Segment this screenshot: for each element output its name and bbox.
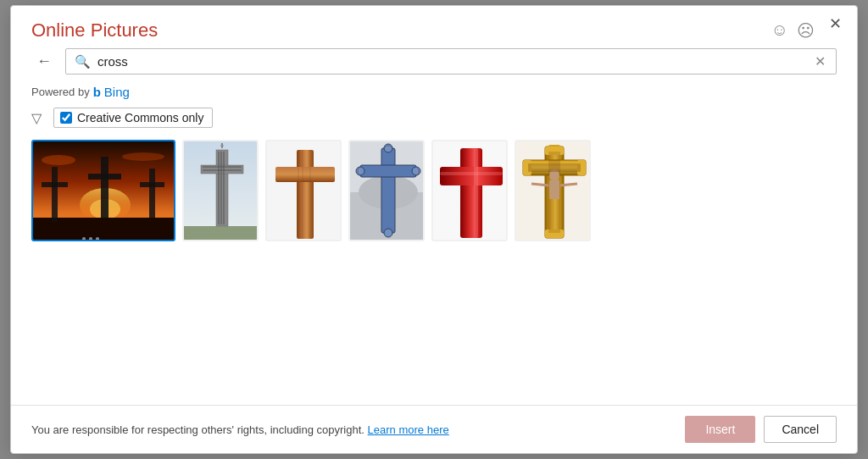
bing-label: Bing (104, 85, 130, 99)
svg-rect-5 (42, 182, 68, 187)
images-grid (11, 136, 857, 405)
svg-rect-7 (88, 174, 121, 180)
happy-icon[interactable]: ☺ (771, 20, 788, 41)
search-row: ← 🔍 ✕ (11, 48, 857, 81)
svg-rect-9 (140, 182, 164, 187)
feedback-icons: ☺ ☹ (771, 20, 815, 41)
red-cross-image (433, 141, 506, 240)
svg-rect-36 (360, 165, 416, 177)
footer-text: You are responsible for respecting other… (31, 423, 449, 436)
image-item-3[interactable] (265, 140, 342, 241)
powered-by-row: Powered by b Bing (11, 81, 857, 104)
svg-rect-17 (216, 150, 228, 226)
cc-checkbox[interactable] (60, 112, 72, 124)
image-item-2[interactable] (182, 140, 259, 241)
image-item-1[interactable] (31, 140, 175, 241)
ornate-cross-image (350, 141, 423, 240)
svg-point-11 (122, 152, 164, 161)
metal-cross-image (184, 141, 257, 240)
sad-icon[interactable]: ☹ (797, 20, 815, 41)
search-icon: 🔍 (75, 54, 91, 69)
footer-bar: You are responsible for respecting other… (11, 405, 857, 453)
filter-row: ▽ Creative Commons only (11, 104, 857, 136)
svg-point-40 (384, 229, 392, 237)
image-item-6[interactable] (515, 140, 591, 241)
learn-more-link[interactable]: Learn more here (368, 423, 449, 436)
svg-line-53 (531, 184, 549, 185)
image-item-5[interactable] (431, 140, 508, 241)
svg-rect-28 (275, 167, 335, 182)
svg-point-10 (42, 155, 75, 165)
search-box: 🔍 ✕ (65, 48, 837, 75)
svg-rect-44 (474, 148, 478, 238)
footer-buttons: Insert Cancel (685, 416, 837, 443)
svg-rect-4 (52, 167, 58, 222)
svg-rect-8 (149, 169, 155, 218)
creative-commons-filter[interactable]: Creative Commons only (53, 108, 213, 128)
svg-rect-6 (101, 157, 108, 218)
cancel-button[interactable]: Cancel (764, 416, 837, 443)
bing-b-icon: b (93, 85, 101, 99)
svg-rect-16 (184, 226, 257, 240)
image-item-4[interactable] (348, 140, 425, 241)
gold-cross-image (516, 141, 589, 240)
svg-rect-27 (297, 150, 314, 239)
sunset-crosses-image (33, 141, 174, 240)
svg-rect-45 (440, 172, 503, 175)
dialog-title: Online Pictures (31, 19, 158, 41)
powered-by-text: Powered by (31, 86, 90, 98)
insert-button[interactable]: Insert (685, 416, 755, 443)
svg-rect-42 (460, 148, 482, 238)
title-bar: Online Pictures ☺ ☹ (11, 6, 857, 48)
svg-rect-43 (440, 167, 503, 185)
wooden-cross-image (267, 141, 340, 240)
cc-label: Creative Commons only (77, 111, 203, 124)
close-button[interactable]: ✕ (824, 14, 847, 33)
svg-rect-60 (548, 152, 560, 233)
copyright-text: You are responsible for respecting other… (31, 423, 364, 436)
online-pictures-dialog: Online Pictures ☺ ☹ ✕ ← 🔍 ✕ Powered by b… (10, 5, 858, 454)
search-input[interactable] (97, 54, 813, 69)
svg-line-54 (559, 184, 577, 185)
svg-rect-35 (381, 148, 395, 233)
back-button[interactable]: ← (31, 51, 57, 72)
clear-search-button[interactable]: ✕ (813, 53, 827, 69)
filter-icon[interactable]: ▽ (31, 110, 42, 126)
